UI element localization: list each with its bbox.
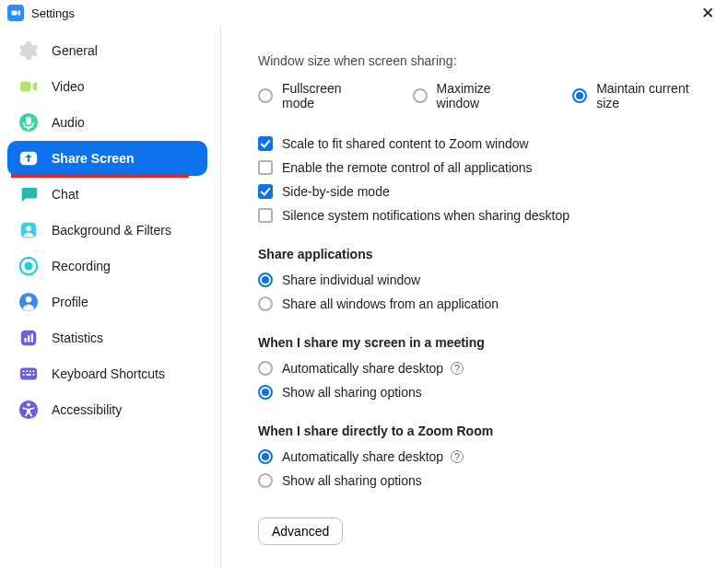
radio-maintain-current-size[interactable]: Maintain current size — [572, 81, 713, 110]
share-screen-icon — [18, 148, 39, 168]
radio-label: Maximize window — [437, 81, 536, 110]
radio-icon — [258, 296, 273, 311]
chat-icon — [18, 184, 39, 204]
video-icon — [18, 76, 39, 97]
radio-zoomroom-auto-share[interactable]: Automatically share desktop ? — [258, 449, 713, 464]
svg-rect-21 — [33, 374, 35, 376]
window-size-label: Window size when screen sharing: — [258, 53, 713, 68]
sidebar-item-label: Chat — [52, 187, 79, 202]
statistics-icon — [18, 328, 39, 348]
gear-icon — [18, 41, 39, 61]
svg-rect-12 — [28, 335, 29, 342]
help-icon[interactable]: ? — [451, 362, 464, 375]
radio-maximize-window[interactable]: Maximize window — [413, 81, 536, 110]
sidebar-item-label: Statistics — [52, 331, 103, 345]
sidebar-item-label: General — [52, 43, 98, 58]
radio-label: Show all sharing options — [282, 473, 422, 488]
share-applications-heading: Share applications — [258, 247, 713, 261]
radio-icon — [258, 473, 273, 488]
checkbox-label: Silence system notifications when sharin… — [282, 208, 569, 223]
profile-icon — [18, 292, 39, 312]
radio-label: Maintain current size — [596, 81, 713, 110]
keyboard-icon — [18, 364, 39, 384]
checkbox-label: Enable the remote control of all applica… — [282, 160, 533, 175]
meeting-share-heading: When I share my screen in a meeting — [258, 335, 713, 350]
sidebar-item-label: Profile — [52, 295, 88, 309]
checkbox-scale-to-fit[interactable]: Scale to fit shared content to Zoom wind… — [258, 136, 713, 151]
radio-label: Fullscreen mode — [282, 81, 376, 110]
radio-icon — [258, 385, 273, 400]
sidebar-item-audio[interactable]: Audio — [7, 105, 207, 140]
svg-rect-0 — [12, 11, 18, 16]
checkbox-enable-remote-control[interactable]: Enable the remote control of all applica… — [258, 160, 713, 175]
background-filters-icon — [18, 220, 39, 240]
accessibility-icon — [18, 400, 39, 420]
sidebar-item-label: Video — [52, 79, 85, 94]
close-button[interactable]: ✕ — [695, 0, 721, 26]
radio-fullscreen-mode[interactable]: Fullscreen mode — [258, 81, 376, 110]
sidebar-item-profile[interactable]: Profile — [7, 284, 207, 319]
radio-zoomroom-show-options[interactable]: Show all sharing options — [258, 473, 713, 488]
audio-icon — [18, 112, 39, 133]
sidebar-item-statistics[interactable]: Statistics — [7, 320, 207, 355]
radio-meeting-auto-share[interactable]: Automatically share desktop ? — [258, 361, 713, 376]
radio-label: Show all sharing options — [282, 385, 422, 400]
sidebar-item-label: Share Screen — [52, 151, 135, 166]
svg-point-5 — [26, 226, 31, 231]
svg-point-23 — [27, 403, 30, 407]
sidebar-item-chat[interactable]: Chat — [7, 177, 207, 212]
radio-label: Share all windows from an application — [282, 296, 499, 311]
svg-point-7 — [24, 261, 32, 270]
radio-label: Automatically share desktop — [282, 449, 443, 464]
checkbox-icon — [258, 136, 273, 151]
svg-rect-11 — [24, 338, 26, 343]
checkbox-icon — [258, 160, 273, 175]
radio-share-all-windows[interactable]: Share all windows from an application — [258, 296, 713, 311]
checkbox-silence-notifications[interactable]: Silence system notifications when sharin… — [258, 208, 713, 223]
sidebar-item-label: Background & Filters — [52, 223, 171, 238]
sidebar: General Video Audio Share Screen — [0, 26, 221, 569]
radio-label: Automatically share desktop — [282, 361, 443, 376]
svg-rect-18 — [33, 370, 35, 372]
svg-point-9 — [26, 296, 31, 302]
help-icon[interactable]: ? — [451, 450, 464, 463]
svg-rect-17 — [29, 370, 31, 372]
radio-icon — [258, 88, 273, 103]
checkbox-label: Side-by-side mode — [282, 184, 390, 199]
zoom-room-share-heading: When I share directly to a Zoom Room — [258, 424, 713, 438]
radio-icon — [413, 88, 428, 103]
svg-rect-16 — [26, 370, 28, 372]
svg-rect-20 — [26, 374, 31, 376]
svg-rect-13 — [31, 333, 33, 342]
sidebar-item-label: Keyboard Shortcuts — [52, 366, 165, 381]
radio-meeting-show-options[interactable]: Show all sharing options — [258, 385, 713, 400]
svg-rect-15 — [23, 370, 25, 372]
radio-icon — [258, 449, 273, 464]
sidebar-item-label: Audio — [52, 115, 85, 130]
sidebar-item-label: Recording — [52, 259, 111, 273]
sidebar-item-video[interactable]: Video — [7, 69, 207, 104]
sidebar-item-recording[interactable]: Recording — [7, 249, 207, 284]
sidebar-item-keyboard-shortcuts[interactable]: Keyboard Shortcuts — [7, 356, 207, 391]
radio-icon — [258, 273, 273, 287]
radio-icon — [258, 361, 273, 376]
sidebar-item-label: Accessibility — [52, 402, 122, 417]
checkbox-icon — [258, 208, 273, 223]
svg-rect-19 — [23, 374, 25, 376]
app-icon — [7, 5, 24, 21]
recording-icon — [18, 256, 39, 276]
radio-icon — [572, 88, 587, 103]
window-title: Settings — [31, 6, 75, 20]
sidebar-item-background-filters[interactable]: Background & Filters — [7, 213, 207, 248]
sidebar-item-accessibility[interactable]: Accessibility — [7, 392, 207, 427]
radio-share-individual-window[interactable]: Share individual window — [258, 273, 713, 287]
checkbox-icon — [258, 184, 273, 199]
svg-rect-1 — [20, 82, 31, 92]
radio-label: Share individual window — [282, 273, 420, 287]
settings-pane: Window size when screen sharing: Fullscr… — [221, 26, 728, 569]
checkbox-side-by-side[interactable]: Side-by-side mode — [258, 184, 713, 199]
sidebar-item-share-screen[interactable]: Share Screen — [7, 141, 207, 176]
sidebar-item-general[interactable]: General — [7, 33, 207, 68]
advanced-button[interactable]: Advanced — [258, 517, 343, 545]
checkbox-label: Scale to fit shared content to Zoom wind… — [282, 136, 529, 151]
